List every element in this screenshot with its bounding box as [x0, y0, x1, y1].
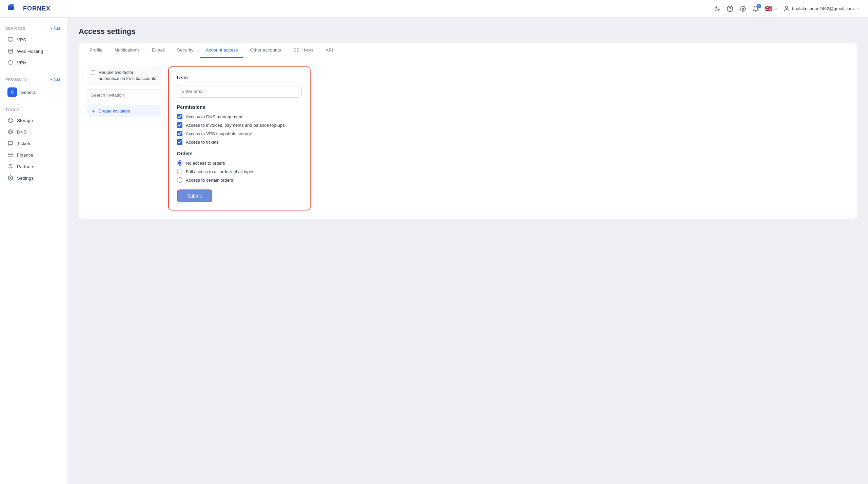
sidebar-item-finance[interactable]: Finance [2, 149, 65, 161]
order-no-access: No access to orders [177, 160, 302, 166]
sidebar-item-settings[interactable]: Settings [2, 172, 65, 184]
email-input[interactable] [177, 85, 302, 98]
web-hosting-icon [7, 48, 14, 54]
sidebar-item-label: VPN [17, 60, 26, 65]
services-label: SERVICES [5, 26, 25, 31]
content-area: Require two-factor authentication for su… [79, 58, 857, 219]
left-panel: Require two-factor authentication for su… [87, 66, 161, 210]
svg-rect-8 [8, 49, 13, 53]
tab-email[interactable]: E-mail [146, 43, 170, 58]
create-invitation-button[interactable]: Create invitation [87, 105, 161, 117]
permission-tickets-label: Access to tickets [186, 140, 219, 145]
vpn-icon [7, 60, 14, 66]
user-menu[interactable]: bbalakrishnan2462@gmail.com [783, 5, 860, 12]
order-full-access: Full access to all orders of all types [177, 169, 302, 174]
sidebar-item-partners[interactable]: Partners [2, 161, 65, 172]
projects-label: PROJECTS [5, 77, 27, 81]
dns-icon [7, 129, 14, 135]
settings-nav-icon [7, 175, 14, 181]
require-2fa-checkbox[interactable] [91, 70, 95, 75]
add-project-button[interactable]: + Add [48, 77, 62, 82]
user-section-title: User [177, 75, 302, 80]
notifications-button[interactable]: 1 [752, 5, 760, 13]
projects-header: PROJECTS + Add [0, 75, 67, 85]
tab-profile[interactable]: Profile [84, 43, 108, 58]
sidebar-item-storage[interactable]: Storage [2, 115, 65, 126]
svg-rect-7 [8, 38, 13, 41]
project-avatar: G [7, 87, 17, 97]
sidebar-item-vpn[interactable]: VPN [2, 57, 65, 68]
sidebar-item-label: DNS [17, 129, 27, 135]
finance-icon [7, 152, 14, 158]
svg-point-16 [10, 177, 11, 179]
sidebar-item-vps[interactable]: VPS [2, 34, 65, 45]
svg-rect-13 [8, 153, 13, 157]
tab-api[interactable]: API [320, 43, 338, 58]
order-full-access-radio[interactable] [177, 169, 182, 174]
tab-ssh-keys[interactable]: SSH keys [288, 43, 319, 58]
plus-icon [91, 109, 96, 114]
storage-icon [7, 117, 14, 123]
tab-notifications[interactable]: Notifications [109, 43, 145, 58]
order-no-access-radio[interactable] [177, 160, 182, 166]
permission-vps-checkbox[interactable] [177, 131, 182, 136]
settings-icon[interactable] [739, 5, 747, 13]
invitation-form-card: User Permissions Access to DNS managemen… [168, 66, 311, 210]
app-name: FORNEX [23, 5, 51, 12]
permission-vps-label: Access to VPS snapshots storage [186, 131, 252, 136]
page-title: Access settings [79, 27, 857, 36]
main-content: Access settings Profile Notifications E-… [68, 18, 868, 484]
tools-label: TOOLS [5, 108, 19, 112]
search-invitation-input[interactable] [87, 89, 161, 101]
submit-button[interactable]: Submit [177, 189, 212, 202]
sidebar-item-label: Tickets [17, 141, 31, 146]
theme-toggle-icon[interactable] [713, 5, 721, 13]
vps-icon [7, 37, 14, 43]
permission-dns-checkbox[interactable] [177, 114, 182, 119]
right-panel: User Permissions Access to DNS managemen… [168, 66, 849, 210]
orders-section: Orders No access to orders Full access t… [177, 151, 302, 183]
tab-account-access[interactable]: Account access [200, 43, 243, 58]
logo[interactable]: FORNEX [8, 4, 51, 14]
projects-section: PROJECTS + Add G General [0, 75, 67, 100]
layout: SERVICES + Add VPS Web Hosting [0, 0, 868, 484]
permission-invoices-checkbox[interactable] [177, 122, 182, 128]
order-no-access-label: No access to orders [186, 161, 225, 166]
tools-section: TOOLS Storage DNS Tickets [0, 106, 67, 184]
sidebar-item-label: Partners [17, 164, 34, 169]
tickets-icon [7, 140, 14, 146]
topnav-right: 1 🇬🇧 bbalakrishnan2462@gmail.com [713, 5, 860, 13]
sidebar-item-dns[interactable]: DNS [2, 126, 65, 138]
permission-tickets-checkbox[interactable] [177, 139, 182, 145]
orders-title: Orders [177, 151, 302, 156]
sidebar-item-label: Storage [17, 118, 33, 123]
permission-vps-snapshots: Access to VPS snapshots storage [177, 131, 302, 136]
svg-point-15 [9, 164, 11, 166]
tools-header: TOOLS [0, 106, 67, 115]
sidebar-item-general[interactable]: G General [2, 85, 65, 100]
sidebar-item-label: Web Hosting [17, 49, 43, 54]
tab-security[interactable]: Security [172, 43, 199, 58]
sidebar-item-web-hosting[interactable]: Web Hosting [2, 45, 65, 57]
topnav: FORNEX 1 🇬🇧 bbalakrishnan2462@g [0, 0, 868, 18]
order-certain-access-radio[interactable] [177, 177, 182, 183]
sidebar-item-tickets[interactable]: Tickets [2, 138, 65, 149]
sidebar: SERVICES + Add VPS Web Hosting [0, 18, 68, 484]
sidebar-item-label: VPS [17, 37, 26, 42]
services-section: SERVICES + Add VPS Web Hosting [0, 24, 67, 68]
permissions-section: Permissions Access to DNS management Acc… [177, 104, 302, 145]
flag-icon: 🇬🇧 [765, 5, 772, 13]
user-icon [783, 5, 790, 12]
require-2fa-container: Require two-factor authentication for su… [87, 66, 161, 85]
permission-invoices-label: Access to invoices, payments and balance… [186, 123, 285, 128]
add-service-button[interactable]: + Add [48, 26, 62, 31]
tab-other-accounts[interactable]: Other accounts [244, 43, 287, 58]
svg-point-6 [785, 6, 788, 8]
sidebar-item-label: Finance [17, 153, 33, 158]
language-selector[interactable]: 🇬🇧 [765, 5, 778, 13]
user-chevron-icon [856, 7, 860, 11]
permission-invoices: Access to invoices, payments and balance… [177, 122, 302, 128]
order-full-access-label: Full access to all orders of all types [186, 169, 254, 174]
permissions-title: Permissions [177, 104, 302, 110]
help-icon[interactable] [726, 5, 734, 13]
